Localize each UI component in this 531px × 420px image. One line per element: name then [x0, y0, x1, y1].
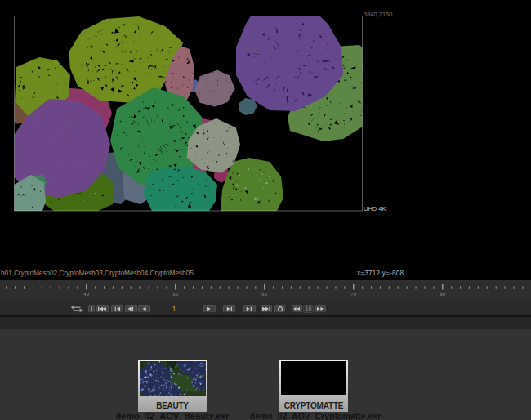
svg-text:60: 60 [261, 292, 267, 297]
svg-text:70: 70 [350, 292, 356, 297]
svg-text:40: 40 [83, 292, 89, 297]
svg-text:50: 50 [172, 292, 178, 297]
svg-text:80: 80 [440, 292, 445, 297]
